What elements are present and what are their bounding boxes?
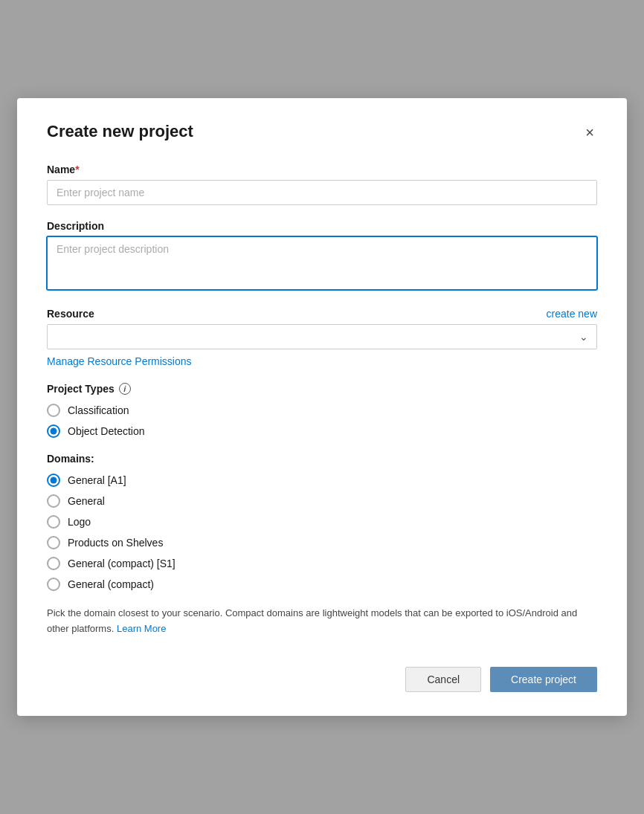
radio-option-general[interactable]: General: [47, 494, 597, 508]
project-types-group: Project Types i Classification Object De…: [47, 383, 597, 438]
description-field-group: Description: [47, 220, 597, 293]
name-field-group: Name*: [47, 164, 597, 205]
radio-logo[interactable]: [47, 515, 60, 529]
project-types-radio-group: Classification Object Detection: [47, 404, 597, 438]
radio-products-on-shelves[interactable]: [47, 536, 60, 549]
radio-general-compact[interactable]: [47, 578, 60, 591]
name-input[interactable]: [47, 180, 597, 205]
description-input[interactable]: [47, 236, 597, 290]
radio-option-general-a1[interactable]: General [A1]: [47, 474, 597, 487]
resource-select[interactable]: [47, 324, 597, 349]
radio-classification[interactable]: [47, 404, 60, 417]
learn-more-link[interactable]: Learn More: [117, 623, 166, 634]
radio-option-general-compact-s1[interactable]: General (compact) [S1]: [47, 557, 597, 570]
close-button[interactable]: ×: [582, 122, 597, 143]
required-indicator: *: [75, 164, 79, 175]
dialog-overlay: Create new project × Name* Description R…: [0, 0, 644, 814]
radio-general-compact-s1[interactable]: [47, 557, 60, 570]
create-project-button[interactable]: Create project: [490, 667, 597, 692]
radio-option-general-compact[interactable]: General (compact): [47, 578, 597, 591]
radio-general-a1[interactable]: [47, 474, 60, 487]
manage-permissions-link[interactable]: Manage Resource Permissions: [47, 355, 192, 367]
radio-general-a1-label: General [A1]: [68, 474, 126, 486]
domain-description: Pick the domain closest to your scenario…: [47, 606, 597, 637]
resource-field-group: Resource create new ⌄ Manage Resource Pe…: [47, 308, 597, 368]
dialog-header: Create new project ×: [47, 122, 597, 143]
radio-general-label: General: [68, 495, 105, 507]
radio-option-classification[interactable]: Classification: [47, 404, 597, 417]
dialog-footer: Cancel Create project: [47, 655, 597, 692]
radio-option-logo[interactable]: Logo: [47, 515, 597, 529]
resource-select-wrapper: ⌄: [47, 324, 597, 349]
name-label: Name*: [47, 164, 597, 175]
radio-logo-label: Logo: [68, 516, 91, 528]
create-project-dialog: Create new project × Name* Description R…: [17, 98, 627, 716]
description-label: Description: [47, 220, 597, 232]
radio-general-compact-label: General (compact): [68, 578, 154, 590]
radio-object-detection[interactable]: [47, 424, 60, 438]
create-new-link[interactable]: create new: [547, 308, 597, 320]
radio-classification-label: Classification: [68, 404, 129, 416]
resource-label: Resource: [47, 308, 94, 320]
radio-general[interactable]: [47, 494, 60, 508]
radio-general-compact-s1-label: General (compact) [S1]: [68, 558, 176, 569]
domains-group: Domains: General [A1] General Logo Produ…: [47, 453, 597, 637]
info-icon[interactable]: i: [119, 383, 131, 395]
resource-header: Resource create new: [47, 308, 597, 320]
radio-products-on-shelves-label: Products on Shelves: [68, 537, 163, 549]
cancel-button[interactable]: Cancel: [405, 667, 481, 692]
radio-option-products-on-shelves[interactable]: Products on Shelves: [47, 536, 597, 549]
domains-label: Domains:: [47, 453, 597, 465]
radio-object-detection-label: Object Detection: [68, 425, 145, 437]
domains-radio-group: General [A1] General Logo Products on Sh…: [47, 474, 597, 591]
project-types-label: Project Types i: [47, 383, 597, 395]
radio-option-object-detection[interactable]: Object Detection: [47, 424, 597, 438]
dialog-title: Create new project: [47, 122, 193, 141]
